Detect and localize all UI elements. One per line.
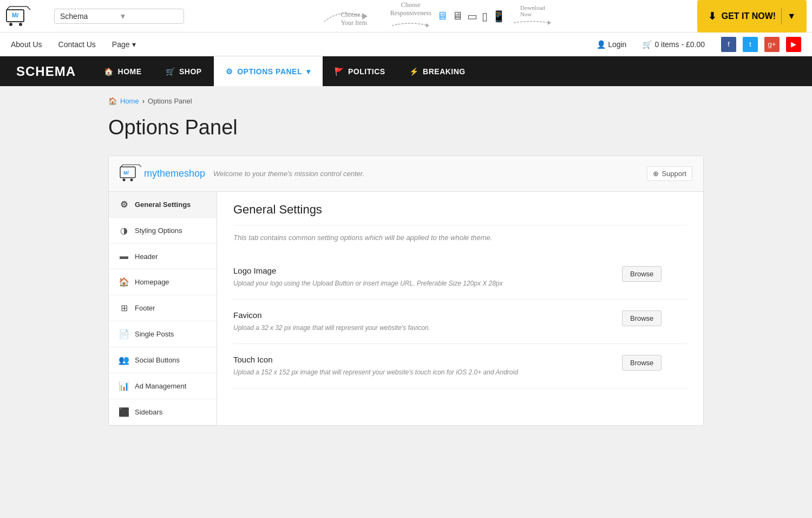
sidebar-item-header[interactable]: ▬ Header xyxy=(109,244,217,269)
get-it-now-button[interactable]: ⬇ GET IT NOW! ▼ xyxy=(697,0,807,33)
options-dropdown-icon: ▾ xyxy=(306,67,311,76)
sidebar-nav: ⚙ General Settings ◑ Styling Options ▬ H… xyxy=(109,192,217,425)
options-panel-box: M/ mythemeshop Welcome to your theme's m… xyxy=(108,156,704,426)
divider xyxy=(781,8,782,24)
mts-logo-text: mythemeshop xyxy=(144,168,205,179)
content-container: 🏠 Home › Options Panel Options Panel M/ xyxy=(97,97,715,426)
download-section: DownloadNow xyxy=(511,4,554,28)
download-icon: ⬇ xyxy=(708,10,716,22)
youtube-icon[interactable]: ▶ xyxy=(786,37,801,52)
tablet-icon[interactable]: ▭ xyxy=(467,10,477,23)
sidebar-item-footer[interactable]: ⊞ Footer xyxy=(109,295,217,321)
setting-control-logo: Browse xyxy=(622,266,687,282)
step2: ChooseResponsiveness xyxy=(389,1,433,31)
setting-name-logo: Logo Image xyxy=(233,266,606,275)
politics-nav-label: POLITICS xyxy=(348,67,385,76)
browse-logo-button[interactable]: Browse xyxy=(622,266,662,282)
nav-home[interactable]: 🏠 HOME xyxy=(92,56,154,86)
about-us-link[interactable]: About Us xyxy=(11,40,42,49)
mobile-icon[interactable]: 📱 xyxy=(492,10,506,23)
setting-control-touch-icon: Browse xyxy=(622,355,687,371)
section-title: General Settings xyxy=(233,203,687,225)
sidebar-item-single-posts[interactable]: 📄 Single Posts xyxy=(109,321,217,347)
setting-desc-touch-icon: Upload a 152 x 152 px image that will re… xyxy=(233,367,606,377)
sidebar-item-social-buttons[interactable]: 👥 Social Buttons xyxy=(109,347,217,373)
single-posts-icon: 📄 xyxy=(119,329,129,339)
sidebar-item-ad-management[interactable]: 📊 Ad Management xyxy=(109,373,217,399)
svg-point-9 xyxy=(130,179,133,182)
twitter-icon[interactable]: t xyxy=(743,37,758,52)
options-nav-label: OPTIONS PANEL xyxy=(237,67,302,76)
tablet-portrait-icon[interactable]: ▯ xyxy=(482,10,488,23)
main-nav: SCHEMA 🏠 HOME 🛒 SHOP ⚙ OPTIONS PANEL ▾ 🚩… xyxy=(0,56,812,86)
page-title: Options Panel xyxy=(108,116,704,139)
browse-touch-icon-button[interactable]: Browse xyxy=(622,355,662,371)
footer-icon: ⊞ xyxy=(119,303,129,313)
breadcrumb-home-link[interactable]: Home xyxy=(120,97,139,105)
styling-options-icon: ◑ xyxy=(119,225,129,236)
page-link[interactable]: Page ▾ xyxy=(112,40,136,49)
facebook-icon[interactable]: f xyxy=(721,37,736,52)
home-nav-icon: 🏠 xyxy=(104,67,114,76)
panel-content: General Settings This tab contains commo… xyxy=(217,192,703,425)
svg-text:M/: M/ xyxy=(12,12,18,18)
topbar-logo[interactable]: M/ xyxy=(5,5,49,27)
nav-options-panel[interactable]: ⚙ OPTIONS PANEL ▾ xyxy=(214,56,323,86)
sidebar-item-styling-options[interactable]: ◑ Styling Options xyxy=(109,218,217,244)
ad-management-label: Ad Management xyxy=(135,382,186,390)
get-it-label: GET IT NOW! xyxy=(722,11,776,21)
contact-us-link[interactable]: Contact Us xyxy=(58,40,96,49)
dropdown-arrow-icon: ▼ xyxy=(787,11,796,21)
site-title: SCHEMA xyxy=(0,64,92,79)
cart-info[interactable]: 🛒 0 items - £0.00 xyxy=(643,40,705,49)
svg-marker-5 xyxy=(426,23,429,28)
setting-name-favicon: Favicon xyxy=(233,310,606,320)
secondary-nav: About Us Contact Us Page ▾ 👤 Login 🛒 0 i… xyxy=(0,33,812,56)
login-link[interactable]: 👤 Login xyxy=(597,40,626,49)
home-nav-label: HOME xyxy=(118,67,142,76)
homepage-icon: 🏠 xyxy=(119,277,129,287)
monitor-icon[interactable]: 🖥 xyxy=(452,10,463,22)
sidebar-item-sidebars[interactable]: ⬛ Sidebars xyxy=(109,399,217,425)
user-icon: 👤 xyxy=(597,40,606,49)
politics-nav-icon: 🚩 xyxy=(335,67,344,76)
browse-favicon-button[interactable]: Browse xyxy=(622,310,662,326)
options-panel-header: M/ mythemeshop Welcome to your theme's m… xyxy=(109,156,703,192)
svg-point-1 xyxy=(9,23,12,26)
support-icon: ⊕ xyxy=(653,170,659,178)
desktop-icon[interactable]: 🖥 xyxy=(437,10,448,22)
header-label: Header xyxy=(135,252,158,261)
section-desc: This tab contains common setting options… xyxy=(233,234,687,242)
step2-label: ChooseResponsiveness xyxy=(390,1,431,17)
sidebar-item-general-settings[interactable]: ⚙ General Settings xyxy=(109,192,217,218)
download-label: DownloadNow xyxy=(520,4,545,17)
nav-politics[interactable]: 🚩 POLITICS xyxy=(323,56,397,86)
social-buttons-icon: 👥 xyxy=(119,355,129,365)
theme-selector-value: Schema xyxy=(60,12,119,21)
theme-selector[interactable]: Schema ▼ xyxy=(54,9,184,24)
nav-items: 🏠 HOME 🛒 SHOP ⚙ OPTIONS PANEL ▾ 🚩 POLITI… xyxy=(92,56,477,86)
steps-group: ChooseYour Item ChooseResponsiveness 🖥 🖥… xyxy=(189,1,692,31)
breaking-nav-icon: ⚡ xyxy=(409,67,419,76)
sidebars-icon: ⬛ xyxy=(119,407,129,417)
header-icon: ▬ xyxy=(119,251,129,261)
setting-row-touch-icon: Touch Icon Upload a 152 x 152 px image t… xyxy=(233,344,687,388)
support-button[interactable]: ⊕ Support xyxy=(647,166,692,181)
setting-info-logo: Logo Image Upload your logo using the Up… xyxy=(233,266,606,288)
setting-row-logo: Logo Image Upload your logo using the Up… xyxy=(233,255,687,300)
googleplus-icon[interactable]: g+ xyxy=(764,37,780,52)
sidebar-item-homepage[interactable]: 🏠 Homepage xyxy=(109,269,217,295)
chevron-down-icon: ▼ xyxy=(119,12,178,21)
top-bar: M/ Schema ▼ ChooseYour Item ChooseRespon… xyxy=(0,0,812,33)
setting-info-favicon: Favicon Upload a 32 x 32 px image that w… xyxy=(233,310,606,333)
step1-label: ChooseYour Item xyxy=(341,11,367,27)
breadcrumb-separator: › xyxy=(142,97,145,105)
setting-desc-favicon: Upload a 32 x 32 px image that will repr… xyxy=(233,323,606,333)
footer-label: Footer xyxy=(135,304,155,312)
nav-breaking[interactable]: ⚡ BREAKING xyxy=(397,56,477,86)
step1: ChooseYour Item xyxy=(319,5,384,27)
nav-shop[interactable]: 🛒 SHOP xyxy=(154,56,214,86)
breaking-nav-label: BREAKING xyxy=(423,67,466,76)
page-chevron-icon: ▾ xyxy=(132,40,136,49)
styling-options-label: Styling Options xyxy=(135,226,182,235)
